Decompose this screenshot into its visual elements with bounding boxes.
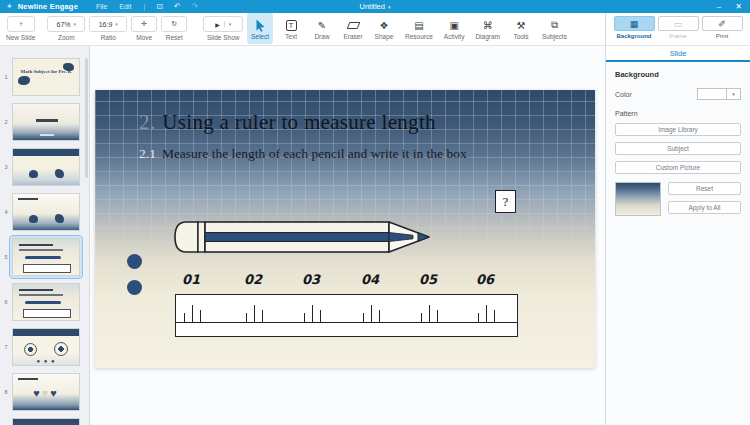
print-icon: ✐ <box>702 16 743 31</box>
tool-label-resource: Resource <box>405 33 433 40</box>
apply-to-all-button[interactable]: Apply to All <box>668 201 741 214</box>
save-icon[interactable]: ⊡ <box>156 2 163 11</box>
color-swatch[interactable] <box>697 88 727 100</box>
slide-thumbnail-8[interactable]: 8♥♥♥ <box>0 369 89 414</box>
reset-button[interactable]: ↻ <box>161 16 187 32</box>
ratio-dropdown[interactable]: 16:9▾ <box>89 16 127 32</box>
ruler-graphic[interactable] <box>175 294 518 337</box>
ratio-label: Ratio <box>101 34 116 41</box>
zoom-dropdown[interactable]: 67%▾ <box>47 16 85 32</box>
slide-thumbnail-5[interactable]: 5 <box>0 234 89 279</box>
new-slide-button[interactable]: ＋ <box>7 16 35 32</box>
image-library-button[interactable]: Image Library <box>615 123 741 136</box>
frame-icon: ▭ <box>658 16 699 31</box>
menu-edit[interactable]: Edit <box>119 3 131 10</box>
tool-label-tools: Tools <box>513 33 528 40</box>
play-icon[interactable]: ▶ <box>211 21 224 28</box>
thumb-deco-rbox <box>23 309 71 318</box>
slide-thumbnail-1[interactable]: 1Math Subject for Pre-K <box>0 54 89 99</box>
thumbnail-preview[interactable] <box>12 418 80 425</box>
tool-tools[interactable]: ⚒Tools <box>508 13 534 44</box>
reset-background-button[interactable]: Reset <box>668 182 741 195</box>
ruler-tick <box>437 310 438 322</box>
slide-thumbnail-9[interactable]: 9 <box>0 414 89 425</box>
move-button[interactable]: ✛ <box>131 16 157 32</box>
thumbnail-frame: ● ● ● <box>10 326 82 368</box>
menu-file[interactable]: File <box>96 3 107 10</box>
pattern-label: Pattern <box>615 110 741 117</box>
app-name: Newline Engage <box>18 2 78 11</box>
chevron-down-icon: ▾ <box>732 91 735 97</box>
undo-icon[interactable]: ↶ <box>174 2 181 11</box>
tool-select[interactable]: Select <box>247 13 273 44</box>
slide-title-number: 2. <box>139 110 155 134</box>
ruler-tick <box>421 313 422 322</box>
bullet-dot[interactable] <box>127 280 142 295</box>
tool-activity[interactable]: ▣Activity <box>441 13 468 44</box>
panel-tab-frame[interactable]: ▭Frame <box>658 16 699 45</box>
close-button[interactable]: ✕ <box>735 2 742 11</box>
chevron-down-icon[interactable]: ▾ <box>224 21 236 27</box>
slide-title[interactable]: 2.Using a ruler to measure length <box>139 110 436 135</box>
thumbnail-preview[interactable]: ♥♥♥ <box>12 373 80 411</box>
thumbnail-preview[interactable] <box>12 193 80 231</box>
thumb-deco-dotA <box>29 170 38 178</box>
slide-thumbnail-3[interactable]: 3 <box>0 144 89 189</box>
ruler-tick <box>363 313 364 322</box>
slide-surface[interactable]: 2.Using a ruler to measure length 2.1Mea… <box>95 90 595 368</box>
document-title-dropdown[interactable]: Untitled▾ <box>0 2 750 11</box>
tool-label-select: Select <box>251 33 269 40</box>
ratio-value: 16:9 <box>99 21 113 28</box>
tool-draw[interactable]: ✎Draw <box>309 13 335 44</box>
thumbnail-preview[interactable]: Math Subject for Pre-K <box>12 58 80 96</box>
slide-number: 2 <box>2 119 10 125</box>
answer-box[interactable]: ? <box>495 190 516 213</box>
slide-thumbnail-4[interactable]: 4 <box>0 189 89 234</box>
tool-eraser[interactable]: Eraser <box>340 13 366 44</box>
app-logo-icon: ✦ <box>6 2 13 11</box>
sidebar-scrollbar[interactable] <box>85 58 88 178</box>
ruler-tick <box>429 305 430 322</box>
minimize-button[interactable]: – <box>717 2 721 11</box>
pencil-graphic[interactable] <box>171 220 433 254</box>
tool-resource[interactable]: ▤Resource <box>402 13 436 44</box>
thumbnail-preview[interactable]: ● ● ● <box>12 328 80 366</box>
move-label: Move <box>136 34 152 41</box>
hearts-row: ♥♥♥ <box>13 386 79 400</box>
ruler-tick <box>246 313 247 322</box>
thumbnail-preview[interactable] <box>12 283 80 321</box>
ruler-number-01: 01 <box>177 272 205 287</box>
thumb-deco-dotB <box>55 169 64 178</box>
slide-subtitle[interactable]: 2.1Measure the length of each pencil and… <box>139 146 467 162</box>
thumbnail-preview[interactable] <box>12 103 80 141</box>
thumbnail-preview[interactable] <box>12 238 80 276</box>
tool-text[interactable]: TText <box>278 13 304 44</box>
panel-tab-print[interactable]: ✐Print <box>702 16 743 45</box>
color-label: Color <box>615 91 632 98</box>
panel-tab-background[interactable]: ▦Background <box>614 16 655 45</box>
tool-shape[interactable]: ❖Shape <box>371 13 397 44</box>
slide-thumbnail-7[interactable]: 7● ● ● <box>0 324 89 369</box>
bullet-dot[interactable] <box>127 254 142 269</box>
panel-tab-label-background: Background <box>616 33 651 39</box>
editing-canvas[interactable]: 2.Using a ruler to measure length 2.1Mea… <box>90 46 605 425</box>
slide-show-button[interactable]: ▶ ▾ <box>203 16 243 32</box>
tab-slide[interactable]: Slide <box>606 46 750 62</box>
thumbnail-preview[interactable] <box>12 148 80 186</box>
thumb-deco-smallbar <box>18 198 38 201</box>
slide-thumbnail-2[interactable]: 2 <box>0 99 89 144</box>
ruler-tick <box>200 310 201 322</box>
thumb-deco-pbar <box>25 256 61 260</box>
ruler-tick <box>486 305 487 322</box>
draw-icon: ✎ <box>318 19 326 32</box>
thumb-deco-smallbar <box>18 378 38 381</box>
slide-thumbnail-6[interactable]: 6 <box>0 279 89 324</box>
panel-tab-label-frame: Frame <box>669 33 686 39</box>
redo-icon[interactable]: ↷ <box>192 2 199 11</box>
color-dropdown[interactable]: ▾ <box>727 88 741 100</box>
subject-button[interactable]: Subject <box>615 142 741 155</box>
custom-picture-button[interactable]: Custom Picture <box>615 161 741 174</box>
tool-diagram[interactable]: ⌘Diagram <box>472 13 503 44</box>
tool-subjects[interactable]: ⧉Subjects <box>539 13 570 44</box>
background-preview[interactable] <box>615 182 661 216</box>
